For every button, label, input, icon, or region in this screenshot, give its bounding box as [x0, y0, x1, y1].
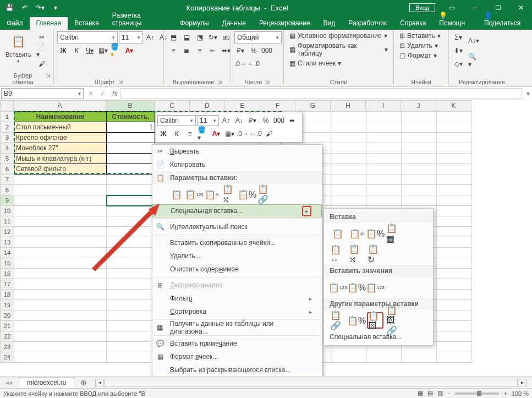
horizontal-scrollbar[interactable]: ◂▸: [95, 379, 526, 386]
delete-cells-button[interactable]: ⊟ Удалить▾: [397, 41, 440, 50]
tab-file[interactable]: Файл: [0, 17, 30, 30]
sub-values-percent[interactable]: 📋%: [348, 279, 365, 296]
cut-button[interactable]: ✂: [36, 31, 48, 43]
col-header-j[interactable]: J: [401, 100, 436, 111]
align-right-button[interactable]: ≡: [194, 45, 206, 57]
sub-values-format[interactable]: 📋123: [367, 279, 383, 296]
view-normal-icon[interactable]: ▦: [418, 390, 423, 397]
number-format-combo[interactable]: Общий▾: [234, 31, 282, 43]
mini-inc-dec[interactable]: .0→: [237, 128, 249, 140]
decrease-decimal-button[interactable]: ←.0: [248, 58, 260, 70]
paste-button[interactable]: 📋 Вставить▾: [3, 31, 34, 65]
mini-comma[interactable]: 000: [273, 115, 285, 127]
ctx-insert-copied[interactable]: Вставить скопированные ячейки...: [152, 236, 322, 249]
mini-currency[interactable]: ₽▾: [246, 115, 259, 127]
zoom-level[interactable]: 100 %: [512, 390, 529, 397]
col-header-k[interactable]: K: [436, 100, 471, 111]
tab-formulas[interactable]: Формулы: [173, 17, 215, 30]
sub-paste-all[interactable]: 📋: [330, 225, 346, 242]
tab-developer[interactable]: Разработчик: [342, 17, 393, 30]
ctx-comment[interactable]: 💬Вставить примечание: [152, 337, 322, 350]
comma-button[interactable]: 000: [261, 45, 273, 57]
clipboard-launcher[interactable]: ⇲: [46, 72, 50, 85]
font-name-combo[interactable]: Calibri▾: [57, 31, 118, 43]
insert-cells-button[interactable]: ⊞ Вставить▾: [397, 31, 443, 40]
fx-button[interactable]: fx: [109, 90, 120, 97]
formula-input[interactable]: [120, 88, 522, 99]
paste-all-icon[interactable]: 📋: [169, 187, 184, 202]
ctx-paste-special[interactable]: Специальная вставка...▸: [152, 204, 322, 217]
mini-fill[interactable]: 🪣▾: [197, 128, 209, 140]
number-launcher[interactable]: ⇲: [265, 79, 270, 85]
sub-paste-noborders[interactable]: 📋▦: [386, 225, 402, 242]
italic-button[interactable]: К: [70, 45, 83, 57]
merge-button[interactable]: ⬌▾: [220, 45, 232, 57]
align-left-button[interactable]: ≡: [167, 45, 179, 57]
mini-painter[interactable]: 🖌: [263, 128, 275, 140]
col-header-e[interactable]: E: [225, 100, 260, 111]
cell-styles-button[interactable]: ▦ Стили ячеек▾: [287, 59, 343, 68]
sub-values[interactable]: 📋123: [330, 279, 346, 296]
cell-b4[interactable]: [107, 143, 155, 154]
sub-paste-transpose[interactable]: 📋⤭: [348, 246, 365, 263]
mini-size-combo[interactable]: 11▾: [197, 115, 219, 126]
mini-dec-dec[interactable]: ←.0: [250, 128, 262, 140]
qat-customize[interactable]: ▾: [48, 1, 63, 14]
sub-paste-keepsource[interactable]: 📋↻: [367, 246, 383, 263]
tell-me[interactable]: 💡 Помощн: [432, 9, 478, 30]
indent-button[interactable]: ⇤: [207, 45, 219, 57]
col-header-f[interactable]: F: [260, 100, 295, 111]
redo-button[interactable]: ↷▾: [33, 1, 47, 14]
sub-paste-picture[interactable]: 📋🖼: [367, 312, 383, 329]
tab-insert[interactable]: Вставка: [68, 17, 106, 30]
tab-view[interactable]: Вид: [317, 17, 342, 30]
cell-b3[interactable]: [107, 133, 155, 143]
col-header-d[interactable]: D: [190, 100, 225, 111]
mini-merge[interactable]: ⬌: [286, 115, 298, 127]
sub-paste-formulas[interactable]: 📋fx: [348, 225, 365, 242]
cond-format-button[interactable]: ▦ Условное форматирование▾: [287, 31, 390, 40]
bold-button[interactable]: Ж: [57, 45, 69, 57]
undo-button[interactable]: ↶: [18, 1, 32, 14]
mini-borders[interactable]: ▦▾: [223, 128, 235, 140]
col-header-g[interactable]: G: [295, 100, 331, 111]
col-header-h[interactable]: H: [331, 100, 366, 111]
tab-help[interactable]: Справка: [393, 17, 432, 30]
cell-a3[interactable]: Кресло офисное: [14, 133, 107, 143]
sheet-tab[interactable]: microexcel.ru: [19, 377, 74, 388]
view-pagelayout-icon[interactable]: ▤: [427, 390, 433, 397]
login-button[interactable]: Вход: [409, 3, 435, 12]
cell-b2[interactable]: 1: [107, 122, 155, 133]
select-all-button[interactable]: [0, 100, 14, 111]
mini-percent[interactable]: %: [260, 115, 272, 127]
ctx-filter[interactable]: Фильтр▸: [152, 292, 322, 305]
ctx-cut[interactable]: ✂Вырезать: [152, 145, 322, 158]
new-sheet-button[interactable]: ⊕: [78, 377, 90, 389]
sub-paste-special-dialog[interactable]: Специальная вставка...: [324, 331, 433, 343]
cell-b9[interactable]: [107, 195, 155, 206]
cell-a5[interactable]: Мышь и клавиатура (к-т): [14, 154, 107, 164]
paste-link-icon[interactable]: 📋🔗: [257, 187, 272, 202]
tab-data[interactable]: Данные: [216, 17, 253, 30]
format-cells-button[interactable]: ▢ Формат▾: [397, 51, 439, 60]
tab-page-layout[interactable]: Разметка страницы: [106, 9, 174, 30]
col-header-i[interactable]: I: [366, 100, 401, 111]
ctx-format-cells[interactable]: ▦Формат ячеек...: [152, 350, 322, 363]
format-painter-button[interactable]: 🖌: [36, 58, 48, 70]
mini-font-combo[interactable]: Calibri▾: [157, 115, 196, 126]
paste-formatting-icon[interactable]: 📋%: [239, 187, 255, 202]
mini-italic[interactable]: К: [171, 128, 183, 140]
find-button[interactable]: 🔍▾: [468, 51, 480, 70]
col-header-b[interactable]: B: [106, 100, 155, 111]
cell-a1[interactable]: Наименование: [14, 112, 107, 122]
autosum-button[interactable]: Σ▾: [452, 31, 464, 43]
tab-nav-last[interactable]: ▸: [10, 379, 13, 386]
mini-align[interactable]: ≡: [184, 128, 196, 140]
font-launcher[interactable]: ⇲: [118, 79, 123, 85]
font-color-button[interactable]: A▾: [123, 45, 135, 57]
underline-button[interactable]: Ч▾: [84, 45, 96, 57]
ctx-pick-list[interactable]: Выбрать из раскрывающегося списка...: [152, 363, 322, 377]
enter-formula-button[interactable]: ✓: [97, 90, 109, 97]
percent-button[interactable]: %: [248, 45, 260, 57]
save-button[interactable]: 💾: [2, 1, 17, 14]
